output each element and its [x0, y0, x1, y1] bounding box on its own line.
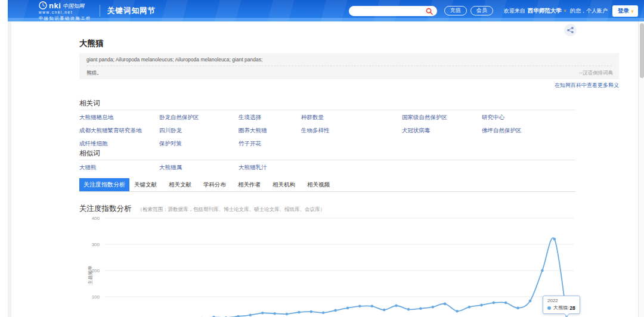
- data-point[interactable]: [456, 310, 459, 313]
- attention-index-chart: 主题频率 2022 大熊猫: 28 100200300400: [80, 212, 581, 317]
- data-point[interactable]: [541, 269, 544, 272]
- related-word-link[interactable]: 研究中心: [482, 114, 580, 127]
- chart-y-tick: 300: [82, 242, 100, 247]
- definition-box: giant panda; Ailuropoda melanoleucus; Ai…: [79, 53, 619, 79]
- related-word-link[interactable]: 国家级自然保护区: [402, 114, 482, 127]
- share-button[interactable]: [564, 24, 577, 36]
- series-line: [104, 238, 566, 317]
- definition-chinese: 熊猫。: [86, 66, 612, 77]
- related-word-link[interactable]: 竹子开花: [239, 140, 301, 153]
- data-point[interactable]: [286, 313, 289, 316]
- cnki-keyword-page: nki 中国知网 www.cnki.net 中国知识基础设施工程 关键词知网节 …: [0, 0, 644, 317]
- related-word-link[interactable]: 大熊猫栖息地: [79, 114, 159, 127]
- data-point[interactable]: [358, 305, 361, 308]
- tooltip-year: 2022: [547, 298, 575, 303]
- data-point[interactable]: [334, 309, 337, 312]
- data-point[interactable]: [480, 304, 483, 307]
- data-point[interactable]: [249, 314, 252, 317]
- search-icon[interactable]: [426, 8, 433, 15]
- data-point[interactable]: [298, 311, 301, 314]
- tab-7[interactable]: 相关视频: [307, 178, 330, 191]
- data-point[interactable]: [493, 302, 496, 304]
- login-button[interactable]: 登录∨: [612, 5, 638, 17]
- data-point[interactable]: [395, 304, 398, 307]
- related-word-link[interactable]: 生境选择: [239, 114, 301, 127]
- data-point[interactable]: [444, 303, 447, 306]
- page-title: 大熊猫: [79, 38, 104, 49]
- data-point[interactable]: [261, 312, 264, 315]
- baike-more-link[interactable]: 在知网百科中查看更多释义: [555, 82, 619, 89]
- logo-latin: nki: [49, 2, 61, 10]
- data-point[interactable]: [468, 306, 471, 309]
- tab-6[interactable]: 相关机构: [273, 178, 295, 191]
- header-search-box[interactable]: [349, 6, 437, 16]
- related-word-link[interactable]: 成都大熊猫繁育研究基地: [79, 127, 159, 140]
- related-words-heading: 相关词: [79, 99, 100, 108]
- site-title: 关键词知网节: [107, 6, 156, 16]
- data-point[interactable]: [322, 312, 325, 315]
- chart-y-tick: 400: [82, 216, 100, 221]
- tab-5[interactable]: 相关作者: [238, 178, 261, 191]
- scrollbar-thumb[interactable]: [640, 23, 644, 78]
- tab-2[interactable]: 关键文献: [134, 178, 157, 191]
- header-search-input[interactable]: [354, 7, 424, 15]
- welcome-org[interactable]: 西华师范大学: [528, 7, 562, 15]
- definition-source: --汉语倒排词典: [579, 70, 613, 77]
- recharge-button[interactable]: 充值: [444, 6, 467, 15]
- chart-y-tick: 200: [82, 268, 100, 274]
- related-word-link[interactable]: 佛坪自然保护区: [482, 127, 580, 140]
- related-word-link[interactable]: 保护对策: [159, 140, 239, 153]
- welcome-suffix: 的您，个人账户: [570, 7, 608, 15]
- data-point[interactable]: [383, 309, 386, 312]
- chart-tooltip: 2022 大熊猫: 28: [543, 296, 580, 314]
- related-word-link[interactable]: 犬冠状病毒: [402, 127, 482, 140]
- similar-word-link[interactable]: 大猫熊: [79, 164, 159, 177]
- similar-words-heading: 相似词: [79, 149, 100, 158]
- logo-slogan: 中国知识基础设施工程: [39, 16, 91, 20]
- cnki-logo[interactable]: nki 中国知网 www.cnki.net 中国知识基础设施工程: [39, 1, 91, 21]
- tooltip-series-dot-icon: [547, 306, 551, 310]
- similar-words-rule: [79, 160, 575, 160]
- vertical-scrollbar[interactable]: [638, 21, 644, 317]
- related-words-grid: 大熊猫栖息地卧龙自然保护区生境选择种群数量国家级自然保护区研究中心成都大熊猫繁育…: [79, 114, 580, 153]
- data-point[interactable]: [529, 300, 532, 303]
- related-words-rule: [79, 110, 575, 110]
- data-point[interactable]: [407, 308, 410, 311]
- tab-1[interactable]: 关注度指数分析: [79, 178, 129, 191]
- data-point[interactable]: [419, 307, 422, 310]
- member-button[interactable]: 会员: [470, 6, 493, 15]
- cnki-clock-logo-icon: [39, 1, 47, 10]
- related-word-link[interactable]: 生物多样性: [301, 127, 402, 140]
- section-tabs: 关注度指数分析关键文献相关文献学科分布相关作者相关机构相关视频: [79, 178, 575, 192]
- welcome-prefix: 欢迎来自: [504, 7, 525, 15]
- data-point[interactable]: [310, 310, 313, 313]
- org-caret-down-icon[interactable]: ∨: [564, 8, 566, 13]
- data-point[interactable]: [432, 306, 435, 309]
- definition-english: giant panda; Ailuropoda melanoleucus; Ai…: [86, 57, 612, 66]
- similar-word-link[interactable]: 大熊猫属: [159, 164, 239, 177]
- data-point[interactable]: [553, 238, 556, 241]
- chart-y-tick: 100: [82, 294, 100, 300]
- data-point[interactable]: [346, 307, 349, 310]
- tooltip-value: 28: [569, 305, 575, 311]
- logo-url: www.cnki.net: [39, 11, 91, 15]
- left-gutter: [8, 21, 11, 317]
- tab-4[interactable]: 学科分布: [203, 178, 226, 191]
- data-point[interactable]: [504, 302, 507, 304]
- tab-3[interactable]: 相关文献: [169, 178, 191, 191]
- related-word-link[interactable]: 卧龙自然保护区: [159, 114, 239, 127]
- related-word-link[interactable]: 种群数量: [301, 114, 402, 127]
- data-point[interactable]: [273, 312, 276, 315]
- similar-words-grid: 大猫熊大熊猫属大熊猫乳汁: [79, 164, 437, 177]
- similar-word-link[interactable]: 大熊猫乳汁: [239, 164, 437, 177]
- tooltip-series-label: 大熊猫:: [553, 304, 569, 311]
- related-word-link[interactable]: 圈养大熊猫: [239, 127, 301, 140]
- header: nki 中国知网 www.cnki.net 中国知识基础设施工程 关键词知网节 …: [8, 0, 644, 21]
- logo-name-cn: 中国知网: [63, 4, 84, 9]
- share-icon: [567, 27, 574, 33]
- header-divider: [100, 5, 100, 17]
- data-point[interactable]: [516, 307, 519, 310]
- related-word-link[interactable]: 四川卧龙: [159, 127, 239, 140]
- data-point[interactable]: [371, 305, 374, 308]
- chart-canvas: [80, 212, 581, 317]
